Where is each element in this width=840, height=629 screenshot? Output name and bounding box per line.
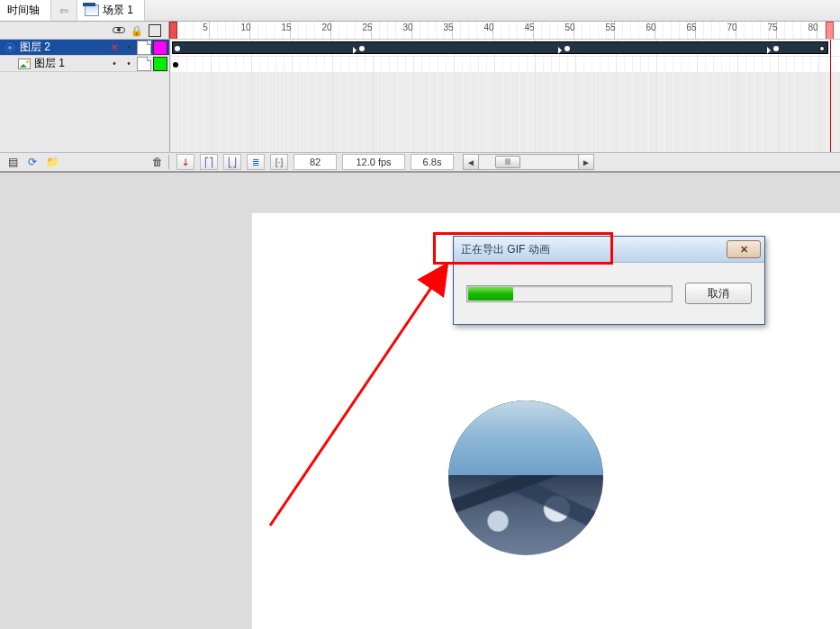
timeline-header: 15101520253035404550556065707580	[0, 22, 840, 40]
close-button[interactable]: ✕	[727, 240, 761, 258]
frame-tools: ⇣ ⎡⎤ ⎣⎦ ≣ [·] 82 12.0 fps 6.8s ◄ lll ►	[169, 154, 840, 170]
layer-controls: ✕ •	[108, 40, 169, 55]
tab-scene[interactable]: 场景 1	[77, 0, 145, 21]
page-icon[interactable]	[137, 57, 151, 71]
keyframe-icon[interactable]	[565, 46, 570, 51]
hide-dot-icon[interactable]: •	[108, 58, 121, 70]
frame-ruler[interactable]: 15101520253035404550556065707580	[169, 22, 840, 39]
lock-dot-icon[interactable]: •	[122, 58, 135, 70]
elapsed-time-value: 6.8s	[411, 154, 454, 170]
outline-icon[interactable]	[149, 24, 161, 37]
tab-prev[interactable]: ⇦	[51, 0, 77, 21]
arrow-left-icon: ⇦	[59, 4, 68, 17]
layer-tools	[0, 155, 169, 169]
layer-header	[0, 22, 169, 39]
scroll-thumb[interactable]: lll	[495, 156, 520, 168]
scroll-right-icon[interactable]: ►	[578, 154, 594, 170]
color-swatch[interactable]	[153, 57, 167, 71]
add-folder-icon[interactable]	[45, 155, 59, 169]
tab-bar: 时间轴 ⇦ 场景 1	[0, 0, 840, 22]
timeline-body: 图层 2 ✕ • 图层 1 • •	[0, 40, 840, 153]
status-strip: ⇣ ⎡⎤ ⎣⎦ ≣ [·] 82 12.0 fps 6.8s ◄ lll ►	[0, 153, 840, 173]
bitmap-layer-icon	[18, 58, 31, 69]
dialog-body: 取消	[454, 263, 764, 324]
keyframe-icon[interactable]	[773, 46, 779, 51]
guide-layer-icon	[4, 41, 16, 54]
lock-dot-icon[interactable]: •	[122, 41, 135, 54]
masked-image-circle[interactable]	[448, 400, 603, 555]
lock-icon[interactable]	[131, 24, 143, 37]
scene-icon	[85, 4, 99, 16]
layer-row-guide[interactable]: 图层 2 ✕ •	[0, 40, 169, 56]
page-icon[interactable]	[137, 40, 151, 55]
eye-icon[interactable]	[113, 24, 125, 36]
layer-controls: • •	[108, 57, 169, 71]
add-layer-icon[interactable]	[5, 155, 20, 169]
center-frame-icon[interactable]: [·]	[270, 154, 288, 170]
layer-list: 图层 2 ✕ • 图层 1 • •	[0, 40, 170, 152]
layer-name: 图层 1	[34, 56, 104, 71]
add-guide-icon[interactable]	[25, 155, 40, 169]
playhead[interactable]	[826, 22, 834, 39]
frame-row[interactable]	[170, 40, 840, 57]
tab-timeline-label: 时间轴	[7, 3, 40, 18]
trash-icon[interactable]	[152, 156, 163, 168]
empty-frames	[170, 72, 840, 152]
blank-keyframe-icon[interactable]	[819, 46, 825, 51]
export-dialog: 正在导出 GIF 动画 ✕ 取消	[453, 236, 765, 325]
color-swatch[interactable]	[153, 40, 167, 55]
keyframe-icon[interactable]	[173, 62, 178, 67]
onion-skin-icon[interactable]: ⎡⎤	[200, 154, 218, 170]
keyframe-icon[interactable]	[359, 46, 365, 51]
cancel-button-label: 取消	[708, 286, 729, 301]
scroll-left-icon[interactable]: ◄	[463, 154, 479, 170]
tween-span[interactable]	[172, 41, 828, 54]
dialog-title-text: 正在导出 GIF 动画	[461, 242, 550, 257]
fps-value[interactable]: 12.0 fps	[342, 154, 405, 170]
onion-outline-icon[interactable]: ⎣⎦	[223, 154, 241, 170]
goto-playhead-icon[interactable]: ⇣	[176, 154, 194, 170]
edit-multiple-icon[interactable]: ≣	[247, 154, 265, 170]
scene-label: 场景 1	[103, 3, 133, 18]
progress-fill	[468, 287, 513, 301]
frame-scrollbar[interactable]: ◄ lll ►	[463, 154, 594, 170]
frame-area[interactable]	[170, 40, 840, 152]
keyframe-icon[interactable]	[175, 46, 180, 51]
hide-x-icon[interactable]: ✕	[108, 41, 121, 54]
layer-name: 图层 2	[20, 40, 104, 55]
layer-row-image[interactable]: 图层 1 • •	[0, 56, 169, 72]
dialog-titlebar[interactable]: 正在导出 GIF 动画 ✕	[454, 237, 764, 263]
playhead-start[interactable]	[169, 22, 177, 39]
cancel-button[interactable]: 取消	[685, 283, 752, 304]
tab-timeline[interactable]: 时间轴	[0, 0, 51, 21]
scroll-track[interactable]: lll	[479, 154, 578, 170]
progress-bar	[466, 285, 673, 302]
playhead-line[interactable]	[830, 40, 831, 152]
close-icon: ✕	[740, 244, 748, 256]
current-frame-value[interactable]: 82	[294, 154, 337, 170]
